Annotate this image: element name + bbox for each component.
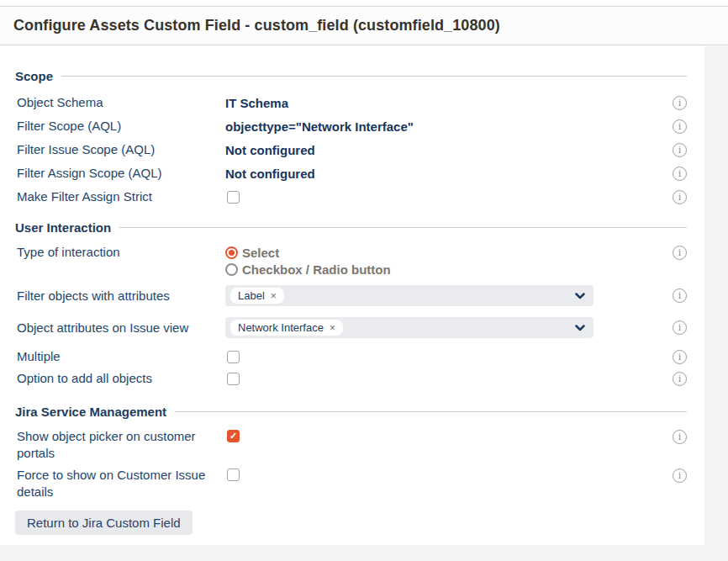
filter-scope-label: Filter Scope (AQL) [15,118,225,135]
object-attributes-issue-view-label: Object attributes on Issue view [15,320,225,336]
return-to-jira-custom-field-button[interactable]: Return to Jira Custom Field [15,511,193,535]
info-icon[interactable]: i [673,288,687,303]
chevron-down-icon[interactable] [575,293,585,299]
multiple-checkbox[interactable] [227,351,240,363]
row-make-filter-assign-strict: Make Filter Assign Strict i [15,185,687,209]
selected-tag: Network Interface × [230,320,343,336]
filter-assign-scope-label: Filter Assign Scope (AQL) [15,165,225,182]
row-multiple: Multiple i [15,346,687,368]
config-form: Scope Object Schema IT Schema i Filter S… [0,67,704,535]
info-icon[interactable]: i [673,430,687,444]
row-filter-objects-with-attributes: Filter objects with attributes Label × i [15,285,687,306]
filter-scope-value: objecttype="Network Interface" [225,119,670,134]
make-filter-assign-strict-checkbox[interactable] [227,191,240,204]
info-icon[interactable]: i [673,190,687,204]
option-add-all-objects-checkbox[interactable] [227,373,240,385]
tag-label: Label [238,289,265,302]
page-header: Configure Assets Custom Field - custom_f… [0,6,728,45]
scope-rows: Object Schema IT Schema i Filter Scope (… [15,91,687,209]
object-schema-value: IT Schema [225,96,670,110]
filter-issue-scope-label: Filter Issue Scope (AQL) [15,141,225,158]
radio-option-checkbox-radio-label: Checkbox / Radio button [242,262,391,277]
show-object-picker-label: Show object picker on customer portals [15,428,225,462]
info-icon[interactable]: i [673,119,687,134]
tag-remove-icon[interactable]: × [330,322,335,334]
section-scope-title: Scope [15,69,53,83]
section-scope-header: Scope [15,67,687,84]
issue-view-attributes-select[interactable]: Network Interface × [225,317,593,338]
row-filter-scope: Filter Scope (AQL) objecttype="Network I… [15,114,687,138]
tag-label: Network Interface [238,321,324,334]
force-show-customer-issue-checkbox[interactable] [227,468,240,481]
section-divider [175,411,687,412]
multiple-label: Multiple [15,348,225,365]
section-divider [61,76,687,77]
info-icon[interactable]: i [673,143,687,157]
section-divider [119,227,687,228]
radio-option-checkbox-radio[interactable]: Checkbox / Radio button [225,261,670,278]
section-user-interaction-header: User Interaction [15,219,687,236]
info-icon[interactable]: i [673,350,687,364]
radio-selected-icon[interactable] [225,246,238,259]
info-icon[interactable]: i [673,320,687,335]
footer-background-strip [0,545,728,561]
row-filter-assign-scope: Filter Assign Scope (AQL) Not configured… [15,161,687,185]
type-of-interaction-label: Type of interaction [15,244,225,261]
force-show-customer-issue-label: Force to show on Customer Issue details [15,467,225,500]
right-background-strip [704,46,728,545]
section-jsm-title: Jira Service Management [15,405,166,419]
selected-tag: Label × [230,288,284,304]
row-object-attributes-issue-view: Object attributes on Issue view Network … [15,317,687,338]
option-add-all-objects-label: Option to add all objects [15,370,225,387]
filter-attributes-select[interactable]: Label × [225,285,593,306]
row-object-schema: Object Schema IT Schema i [15,91,687,114]
radio-option-select[interactable]: Select [225,244,670,261]
chevron-down-icon[interactable] [575,325,585,331]
show-object-picker-checkbox[interactable]: ✓ [227,430,240,442]
filter-issue-scope-value: Not configured [225,143,670,157]
section-user-interaction-title: User Interaction [15,220,111,235]
section-jsm-header: Jira Service Management [15,403,687,420]
info-icon[interactable]: i [673,468,687,483]
make-filter-assign-strict-label: Make Filter Assign Strict [15,188,225,205]
type-of-interaction-radio-group: Select Checkbox / Radio button [225,244,670,278]
row-force-show-customer-issue: Force to show on Customer Issue details … [15,467,687,500]
info-icon[interactable]: i [673,246,687,260]
row-show-object-picker: Show object picker on customer portals ✓… [15,428,687,462]
row-filter-issue-scope: Filter Issue Scope (AQL) Not configured … [15,138,687,161]
filter-assign-scope-value: Not configured [225,167,670,181]
tag-remove-icon[interactable]: × [271,290,277,302]
object-schema-label: Object Schema [15,94,225,111]
radio-option-select-label: Select [242,246,279,260]
filter-objects-with-attributes-label: Filter objects with attributes [15,288,225,304]
info-icon[interactable]: i [673,167,687,181]
radio-unselected-icon[interactable] [225,263,238,276]
page-title: Configure Assets Custom Field - custom_f… [13,17,500,34]
info-icon[interactable]: i [673,372,687,386]
info-icon[interactable]: i [673,96,687,110]
check-icon: ✓ [229,431,237,441]
row-type-of-interaction: Type of interaction Select Checkbox / Ra… [15,244,687,278]
row-option-add-all-objects: Option to add all objects i [15,368,687,389]
